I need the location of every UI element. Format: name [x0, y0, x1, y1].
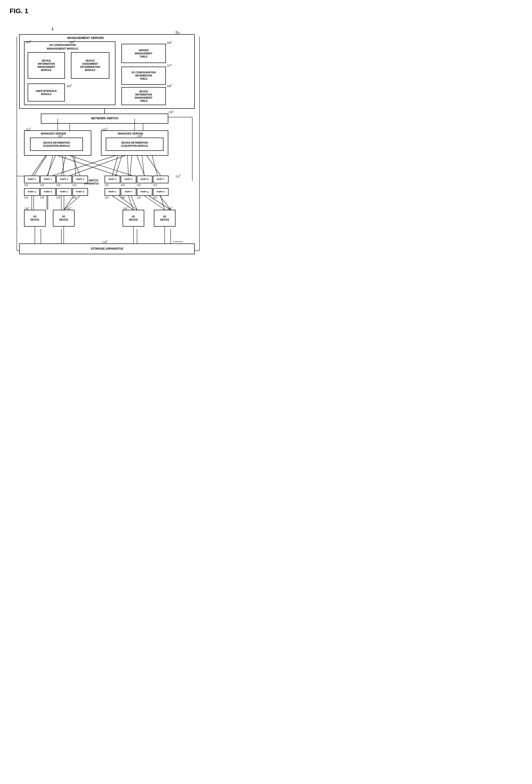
- port-h-ref: 114: [153, 196, 157, 199]
- port-h-box: PORT h: [153, 188, 169, 196]
- port-2-box: PORT 2: [56, 176, 72, 183]
- svg-line-37: [62, 156, 64, 176]
- storage-box: STORAGE APPARATUS: [19, 244, 195, 254]
- port-e-ref: 114: [105, 196, 109, 199]
- device-info-acq-right-box: DEVICE INFORMATIONACQUISITION MODULE: [106, 138, 164, 151]
- port-4-ref: 113: [105, 184, 109, 187]
- svg-line-39: [112, 156, 118, 176]
- port-c-ref: 114: [56, 196, 60, 199]
- svg-line-52: [128, 196, 134, 210]
- user-interface-module-box: USER INTERFACEMODULE: [28, 83, 65, 102]
- port-1-ref: 113: [40, 184, 44, 187]
- svg-line-35: [32, 156, 46, 176]
- io-device-2-ref: 115: [66, 207, 70, 210]
- port-b-ref: 114: [40, 196, 44, 199]
- management-server-label: MANAGEMENT SERVER: [67, 36, 104, 40]
- port-7-ref: 113: [153, 184, 157, 187]
- port-2-ref: 113: [56, 184, 60, 187]
- port-a-ref: 114: [24, 196, 28, 199]
- svg-line-8: [47, 153, 57, 176]
- port-1-box: PORT 1: [40, 176, 56, 183]
- port-6-ref: 113: [137, 184, 141, 187]
- port-4-box: PORT 4: [105, 176, 120, 183]
- io-config-module-label: I/O CONFIGURATIONMANAGEMENT MODULE: [47, 43, 78, 51]
- port-a-box: PORT a: [24, 188, 40, 196]
- svg-line-40: [127, 156, 128, 176]
- port-5-box: PORT 5: [121, 176, 136, 183]
- port-5-ref: 113: [121, 184, 125, 187]
- svg-line-41: [137, 156, 145, 176]
- io-config-info-table-box: I/O CONFIGURATIONINFORMATIONTABLE: [121, 67, 166, 85]
- device-info-mgmt-table-box: DEVICEINFORMATIONMANAGEMENTTABLE: [121, 87, 166, 105]
- io-device-2-box: I/ODEVICE: [53, 210, 75, 227]
- port-d-box: PORT d: [72, 188, 88, 196]
- io-device-4-ref: 115: [167, 207, 171, 210]
- port-6-box: PORT 6: [137, 176, 152, 183]
- io-device-3-box: I/ODEVICE: [123, 210, 144, 227]
- system-ref: 1: [52, 27, 53, 31]
- network-switch-box: NETWORK SWITCH: [41, 114, 168, 124]
- io-device-4-box: I/ODEVICE: [154, 210, 176, 227]
- port-d-ref: 114: [72, 196, 77, 199]
- svg-line-14: [151, 153, 157, 176]
- svg-line-12: [130, 153, 132, 176]
- device-info-acq-left-box: DEVICE INFORMATIONACQUISITION MODULE: [30, 138, 83, 151]
- port-0-ref: 113: [24, 184, 28, 187]
- svg-line-54: [160, 196, 165, 210]
- port-f-ref: 114: [121, 196, 125, 199]
- port-3-ref: 113: [72, 184, 77, 187]
- svg-line-9: [61, 153, 66, 176]
- svg-line-7: [34, 153, 48, 176]
- svg-line-10: [75, 153, 76, 176]
- svg-line-38: [72, 156, 80, 176]
- port-b-box: PORT b: [40, 188, 56, 196]
- svg-line-36: [48, 156, 53, 176]
- port-0-box: PORT 0: [24, 176, 40, 183]
- port-7-box: PORT 7: [153, 176, 169, 183]
- svg-line-13: [142, 153, 144, 176]
- port-g-box: PORT g: [137, 188, 152, 196]
- port-e-box: PORT e: [105, 188, 120, 196]
- io-device-1-ref: 115: [25, 207, 29, 210]
- io-device-1-box: I/ODEVICE: [24, 210, 46, 227]
- svg-line-44: [70, 156, 132, 176]
- device-info-mgmt-module-box: DEVICEINFORMATIONMANAGEMENTMODULE: [28, 52, 65, 79]
- svg-line-42: [147, 156, 160, 176]
- port-3-box: PORT 3: [72, 176, 88, 183]
- server-mgmt-table-box: SERVERMANAGEMENTTABLE: [121, 44, 166, 63]
- port-c-box: PORT c: [56, 188, 72, 196]
- device-assignment-module-box: DEVICEASSIGNMENTDETERMINATIONMODULE: [71, 52, 109, 79]
- port-g-ref: 114: [137, 196, 141, 199]
- port-f-box: PORT f: [121, 188, 136, 196]
- svg-line-46: [70, 156, 125, 176]
- io-device-3-ref: 115: [123, 207, 127, 210]
- svg-line-43: [58, 156, 118, 176]
- svg-line-45: [53, 156, 115, 176]
- figure-title: FIG. 1: [10, 7, 202, 15]
- svg-line-11: [115, 153, 123, 176]
